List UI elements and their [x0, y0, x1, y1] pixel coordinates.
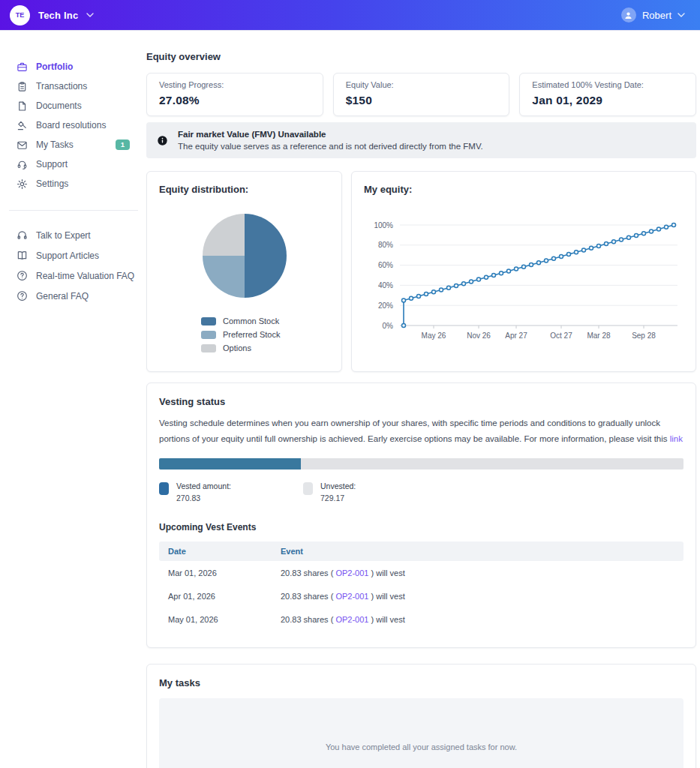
- legend-label: Unvested:: [320, 480, 356, 492]
- svg-text:100%: 100%: [374, 221, 393, 230]
- sidebar-item-label: Transactions: [36, 81, 87, 92]
- chevron-down-icon: [86, 13, 94, 17]
- sidebar-item-label: Real-time Valuation FAQ: [36, 271, 134, 281]
- legend-swatch: [201, 317, 216, 326]
- company-switcher[interactable]: TE Tech Inc: [10, 5, 94, 26]
- upcoming-vest-events-title: Upcoming Vest Events: [159, 522, 683, 532]
- sidebar-item-board-resolutions[interactable]: Board resolutions: [17, 116, 146, 135]
- vest-events-body: Mar 01, 202620.83 shares ( OP2-001 ) wil…: [159, 561, 683, 631]
- sidebar-item-label: Support Articles: [36, 250, 99, 261]
- question-icon: [17, 290, 28, 302]
- event-text: 20.83 shares (: [281, 592, 335, 601]
- stat-value: Jan 01, 2029: [532, 94, 683, 107]
- legend-swatch: [159, 482, 169, 495]
- info-icon: [157, 135, 168, 146]
- page-title: Equity overview: [146, 51, 696, 62]
- vest-event-row: Apr 01, 202620.83 shares ( OP2-001 ) wil…: [159, 584, 683, 608]
- grant-link[interactable]: OP2-001: [335, 568, 368, 578]
- documents-icon: [17, 100, 28, 112]
- legend-value: 270.83: [176, 492, 231, 504]
- sidebar-item-settings[interactable]: Settings: [17, 174, 146, 194]
- svg-text:Sep 28: Sep 28: [632, 332, 656, 340]
- svg-text:Apr 27: Apr 27: [505, 332, 527, 340]
- my-equity-card: My equity: 0%20%40%60%80%100%May 26Nov 2…: [351, 171, 696, 372]
- sidebar-secondary: Talk to ExpertSupport ArticlesReal-time …: [9, 210, 138, 306]
- sidebar-item-my-tasks[interactable]: My Tasks1: [17, 135, 146, 154]
- my-equity-chart: 0%20%40%60%80%100%May 26Nov 26Apr 27Oct …: [364, 214, 683, 357]
- sidebar-item-support[interactable]: Support: [17, 154, 146, 174]
- sidebar-item-label: Support: [36, 159, 68, 170]
- sidebar-item-talk-to-expert[interactable]: Talk to Expert: [17, 225, 138, 245]
- legend-swatch: [201, 344, 216, 352]
- app-root: TE Tech Inc Robert PortfolioTransactions…: [0, 0, 700, 768]
- legend-label: Options: [223, 344, 251, 352]
- svg-text:60%: 60%: [378, 261, 393, 269]
- vesting-legend: Vested amount:270.83Unvested:729.17: [159, 480, 683, 505]
- vesting-info-link[interactable]: link: [670, 434, 683, 443]
- grant-link[interactable]: OP2-001: [335, 592, 368, 601]
- sidebar-item-support-articles[interactable]: Support Articles: [17, 245, 138, 266]
- stat-label: Vesting Progress:: [159, 80, 311, 89]
- tasks-empty-state: You have completed all your assigned tas…: [159, 698, 683, 768]
- legend-item-common-stock: Common Stock: [201, 316, 329, 326]
- event-text: ) will vest: [368, 568, 404, 578]
- vest-event-row: May 01, 202620.83 shares ( OP2-001 ) wil…: [159, 608, 683, 631]
- column-header-date: Date: [168, 547, 281, 556]
- company-avatar: TE: [10, 5, 30, 26]
- user-menu[interactable]: Robert: [621, 8, 685, 22]
- sidebar-item-documents[interactable]: Documents: [17, 96, 146, 116]
- sidebar-item-general-faq[interactable]: General FAQ: [17, 286, 138, 306]
- sidebar-item-label: General FAQ: [36, 291, 89, 302]
- sidebar-item-label: Settings: [36, 178, 68, 189]
- stat-value: 27.08%: [159, 94, 311, 107]
- grant-link[interactable]: OP2-001: [335, 615, 368, 624]
- event-text: ) will vest: [368, 615, 404, 624]
- pie-legend: Common StockPreferred StockOptions: [201, 316, 329, 352]
- vesting-description-text: Vesting schedule determines when you ear…: [159, 418, 670, 443]
- user-avatar-icon: [621, 8, 636, 22]
- stat-value: $150: [346, 94, 497, 107]
- user-name: Robert: [642, 10, 671, 21]
- legend-swatch: [303, 482, 313, 495]
- topbar: TE Tech Inc Robert: [0, 0, 700, 31]
- vesting-status-card: Vesting status Vesting schedule determin…: [146, 382, 696, 648]
- vesting-legend-item-vested-amount: Vested amount:270.83: [159, 480, 231, 505]
- chevron-down-icon: [677, 13, 685, 17]
- settings-icon: [17, 178, 28, 190]
- svg-text:40%: 40%: [378, 281, 393, 290]
- event-text: 20.83 shares (: [281, 568, 335, 578]
- stat-label: Equity Value:: [346, 80, 497, 89]
- question-icon: [17, 270, 28, 281]
- my-tasks-title: My tasks: [159, 677, 683, 688]
- banner-title: Fair market Value (FMV) Unavailable: [178, 130, 483, 139]
- stat-card-estimated-100-vesting-date: Estimated 100% Vesting Date:Jan 01, 2029: [519, 73, 696, 116]
- svg-text:Mar 28: Mar 28: [587, 332, 611, 340]
- legend-item-preferred-stock: Preferred Stock: [201, 330, 329, 339]
- banner-description: The equity value serves as a reference a…: [178, 142, 483, 151]
- sidebar-item-label: Talk to Expert: [36, 230, 91, 241]
- main-content: Equity overview Vesting Progress:27.08%E…: [146, 31, 696, 768]
- headphones-icon: [17, 230, 28, 241]
- company-name: Tech Inc: [38, 10, 78, 21]
- sidebar-item-portfolio[interactable]: Portfolio: [17, 57, 146, 76]
- tasks-count-badge: 1: [116, 140, 130, 150]
- svg-text:80%: 80%: [378, 241, 393, 249]
- column-header-event: Event: [281, 547, 674, 556]
- stat-card-vesting-progress: Vesting Progress:27.08%: [146, 73, 323, 116]
- vesting-legend-item-unvested: Unvested:729.17: [303, 480, 356, 505]
- transactions-icon: [17, 81, 28, 92]
- vest-event-description: 20.83 shares ( OP2-001 ) will vest: [281, 592, 674, 601]
- vest-event-description: 20.83 shares ( OP2-001 ) will vest: [281, 568, 674, 578]
- sidebar-item-label: Documents: [36, 100, 82, 111]
- my-tasks-card: My tasks You have completed all your ass…: [146, 664, 696, 768]
- legend-value: 729.17: [320, 492, 356, 504]
- vesting-status-title: Vesting status: [159, 396, 683, 407]
- svg-text:Nov 26: Nov 26: [467, 332, 491, 340]
- legend-label: Common Stock: [223, 316, 279, 326]
- sidebar: PortfolioTransactionsDocumentsBoard reso…: [0, 31, 146, 768]
- sidebar-item-transactions[interactable]: Transactions: [17, 76, 146, 96]
- legend-label: Preferred Stock: [223, 330, 280, 339]
- vest-event-description: 20.83 shares ( OP2-001 ) will vest: [281, 615, 674, 624]
- sidebar-item-real-time-valuation-faq[interactable]: Real-time Valuation FAQ: [17, 266, 138, 286]
- vest-event-date: May 01, 2026: [168, 615, 281, 624]
